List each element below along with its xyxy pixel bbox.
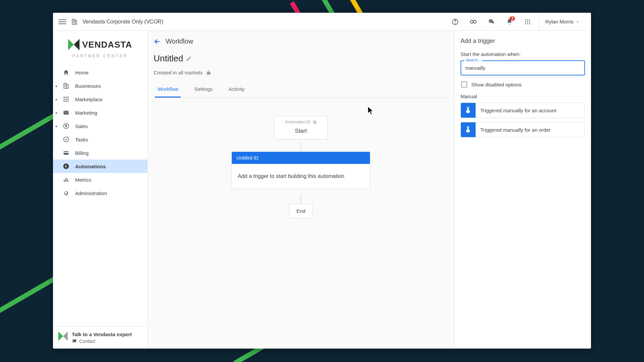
- chevron-right-icon: ▸: [56, 97, 58, 102]
- topbar: Vendasta Corporate Only (VCOR) 3 Rylan M…: [53, 13, 591, 31]
- search-label: Search...: [465, 58, 482, 62]
- sidebar-item-tasks[interactable]: Tasks: [53, 133, 147, 146]
- back-button[interactable]: [154, 38, 161, 45]
- sidebar-item-label: Metrics: [75, 177, 91, 183]
- check-circle-icon: [62, 136, 70, 143]
- svg-point-8: [527, 19, 528, 20]
- building-icon: [62, 82, 70, 89]
- chat-icon: [488, 18, 495, 25]
- sidebar-item-label: Automations: [75, 164, 106, 169]
- svg-point-7: [525, 19, 526, 20]
- sidebar-item-administration[interactable]: Administration: [53, 186, 147, 200]
- trigger-option-label: Triggered manually for an account: [476, 108, 561, 113]
- bars-icon: [62, 176, 70, 183]
- footer-logo-icon: [58, 331, 68, 341]
- infinity-icon: [469, 17, 478, 26]
- svg-point-12: [529, 21, 530, 22]
- notification-badge: 3: [509, 16, 515, 21]
- touch-icon: [461, 122, 476, 137]
- chat-button[interactable]: [485, 15, 498, 28]
- loop-button[interactable]: [467, 15, 480, 28]
- trigger-search-input[interactable]: [461, 60, 585, 75]
- sidebar-item-label: Marketplace: [75, 97, 103, 102]
- notifications-button[interactable]: 3: [503, 15, 516, 28]
- svg-rect-28: [65, 101, 66, 102]
- sidebar-item-label: Businesses: [75, 83, 101, 89]
- tab-activity[interactable]: Activity: [226, 83, 248, 98]
- svg-rect-36: [65, 178, 66, 182]
- sidebar-item-label: Marketing: [75, 110, 97, 116]
- svg-rect-17: [66, 85, 68, 88]
- start-node[interactable]: Automation ID Start: [274, 116, 328, 139]
- grid-icon: [62, 96, 70, 103]
- workflow-canvas[interactable]: Automation ID Start Untitled ID Add a tr…: [148, 98, 454, 349]
- brand-logo-icon: [68, 39, 79, 50]
- apps-button[interactable]: [521, 15, 534, 28]
- trigger-option[interactable]: Triggered manually for an order: [461, 122, 585, 137]
- sidebar-item-automations[interactable]: Automations: [53, 160, 147, 173]
- trigger-header: Untitled ID: [232, 152, 370, 164]
- sidebar-item-home[interactable]: Home: [53, 66, 147, 79]
- pencil-icon: [186, 56, 192, 62]
- connector: [301, 142, 301, 152]
- sidebar-item-label: Tasks: [75, 137, 88, 142]
- svg-rect-39: [313, 121, 316, 123]
- app-window: Vendasta Corporate Only (VCOR) 3 Rylan M…: [53, 13, 591, 349]
- sidebar-item-marketing[interactable]: ▸Marketing: [53, 106, 147, 119]
- sidebar-item-marketplace[interactable]: ▸Marketplace: [53, 93, 147, 106]
- copy-icon[interactable]: [313, 120, 317, 124]
- brand-text: VENDASTA: [82, 40, 132, 50]
- sidebar-footer[interactable]: Talk to a Vendasta expert Contact: [53, 326, 147, 349]
- chevron-down-icon: [576, 20, 580, 24]
- help-button[interactable]: [448, 15, 462, 28]
- svg-point-13: [525, 23, 526, 24]
- svg-point-14: [527, 23, 528, 24]
- user-menu[interactable]: Rylan Morris: [539, 13, 586, 31]
- dollar-icon: [62, 123, 70, 129]
- touch-icon: [461, 103, 476, 118]
- card-icon: [62, 149, 70, 156]
- svg-rect-25: [65, 99, 66, 100]
- svg-rect-22: [65, 97, 66, 98]
- sidebar-item-sales[interactable]: ▸Sales: [53, 119, 147, 133]
- connector: [301, 194, 301, 204]
- sidebar-item-label: Billing: [75, 150, 89, 156]
- trigger-option-label: Triggered manually for an order: [476, 127, 555, 133]
- svg-rect-26: [67, 99, 68, 100]
- sidebar-item-billing[interactable]: Billing: [53, 146, 147, 160]
- sidebar-item-label: Sales: [75, 123, 88, 129]
- svg-rect-35: [64, 180, 65, 182]
- svg-rect-24: [64, 99, 65, 100]
- user-name: Rylan Morris: [545, 19, 574, 24]
- svg-point-11: [527, 21, 528, 22]
- trigger-panel: Add a trigger Start the automation when:…: [454, 31, 591, 349]
- brand-subtitle: PARTNER CENTER: [61, 54, 139, 58]
- footer-contact[interactable]: Contact: [72, 339, 132, 344]
- show-disabled-label: Show disabled options: [471, 82, 522, 87]
- tab-settings[interactable]: Settings: [192, 83, 215, 98]
- show-disabled-checkbox[interactable]: [461, 81, 467, 87]
- building-icon: [71, 18, 78, 25]
- edit-title-button[interactable]: [186, 56, 192, 62]
- menu-toggle-button[interactable]: [58, 18, 66, 26]
- sidebar-item-businesses[interactable]: ▸Businesses: [53, 79, 147, 93]
- org-name[interactable]: Vendasta Corporate Only (VCOR): [83, 19, 163, 25]
- start-label: Start: [274, 126, 327, 139]
- trigger-option[interactable]: Triggered manually for an account: [461, 103, 585, 118]
- svg-rect-38: [314, 121, 316, 124]
- sidebar-item-label: Home: [75, 70, 89, 75]
- sidebar-item-metrics[interactable]: Metrics: [53, 173, 147, 186]
- workflow-title: Untitled: [154, 53, 183, 64]
- help-icon: [451, 18, 459, 25]
- trigger-body: Add a trigger to start building this aut…: [232, 164, 370, 189]
- arrow-left-icon: [154, 38, 161, 45]
- svg-point-31: [64, 137, 69, 142]
- trigger-node[interactable]: Untitled ID Add a trigger to start build…: [231, 152, 370, 189]
- tab-workflow[interactable]: Workflow: [155, 83, 181, 98]
- svg-rect-27: [64, 101, 65, 102]
- chevron-right-icon: ▸: [56, 124, 58, 128]
- automation-id-label: Automation ID: [285, 120, 310, 124]
- end-node[interactable]: End: [289, 204, 313, 218]
- panel-prompt: Start the automation when:: [461, 51, 585, 57]
- svg-rect-23: [67, 97, 68, 98]
